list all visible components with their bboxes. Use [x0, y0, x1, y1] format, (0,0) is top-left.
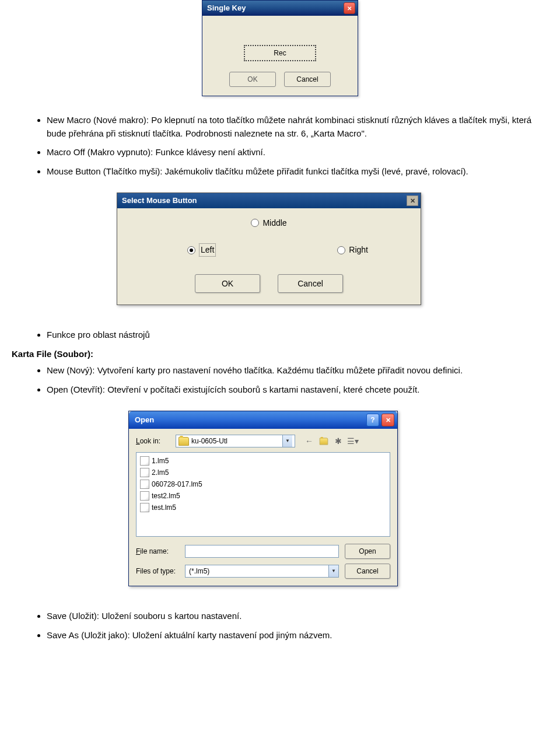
back-icon[interactable]: ←	[303, 435, 315, 447]
help-icon[interactable]: ?	[366, 414, 379, 426]
bullet-mouse-button: Mouse Button (Tlačítko myši): Jakémukoli…	[47, 165, 548, 179]
close-icon[interactable]: ✕	[382, 414, 394, 426]
radio-icon	[251, 219, 259, 227]
file-icon	[140, 456, 149, 466]
files-of-type-label: Files of type:	[136, 566, 179, 576]
smb-titlebar: Select Mouse Button ✕	[117, 193, 421, 208]
open-titlebar: Open ? ✕	[129, 411, 397, 429]
ok-button[interactable]: OK	[229, 72, 276, 87]
look-in-combo[interactable]: ku-0605-Utl ▼	[176, 435, 295, 447]
chevron-down-icon[interactable]: ▼	[328, 565, 338, 577]
cancel-button[interactable]: Cancel	[278, 274, 343, 293]
radio-icon	[187, 246, 195, 254]
open-button[interactable]: Open	[345, 544, 390, 559]
bullet-new-macro: New Macro (Nové makro): Po klepnutí na t…	[47, 114, 548, 140]
bullet-open: Open (Otevřít): Otevření v počítači exis…	[47, 383, 548, 397]
look-in-value: ku-0605-Utl	[191, 436, 228, 446]
list-item[interactable]: 2.lm5	[140, 467, 386, 478]
ok-button[interactable]: OK	[195, 274, 260, 293]
bullets-funkce: Funkce pro oblast nástrojů	[12, 328, 548, 342]
file-name-input[interactable]	[185, 545, 339, 558]
file-icon	[140, 491, 149, 501]
chevron-down-icon[interactable]: ▼	[282, 435, 292, 447]
file-icon	[140, 468, 149, 477]
file-icon	[140, 503, 149, 512]
open-dialog: Open ? ✕ Look in: ku-0605-Utl ▼ ←	[128, 411, 398, 586]
cancel-button[interactable]: Cancel	[345, 564, 390, 579]
bullet-save: Save (Uložit): Uložení souboru s kartou …	[47, 610, 548, 623]
folder-icon	[178, 437, 189, 446]
list-item[interactable]: 1.lm5	[140, 455, 386, 467]
files-of-type-combo[interactable]: (*.lm5) ▼	[185, 565, 339, 578]
list-item[interactable]: 060728-017.lm5	[140, 478, 386, 490]
look-in-label: Look in:	[136, 436, 172, 446]
up-folder-icon[interactable]	[318, 435, 330, 447]
bullets-block-2: New (Nový): Vytvoření karty pro nastaven…	[12, 364, 548, 396]
radio-middle[interactable]: Middle	[251, 217, 286, 229]
rec-button[interactable]: Rec	[244, 45, 316, 61]
bullet-save-as: Save As (Uložit jako): Uložení aktuální …	[47, 629, 548, 642]
select-mouse-button-dialog: Select Mouse Button ✕ Middle Left	[117, 193, 421, 305]
radio-icon	[337, 246, 345, 254]
bullets-block-1: New Macro (Nové makro): Po klepnutí na t…	[12, 114, 548, 178]
bullet-macro-off: Macro Off (Makro vypnuto): Funkce kláves…	[47, 146, 548, 159]
view-menu-icon[interactable]: ☰▾	[347, 435, 359, 447]
list-item[interactable]: test2.lm5	[140, 490, 386, 502]
single-key-dialog: Single Key ✕ Rec OK Cancel	[202, 0, 358, 96]
new-folder-icon[interactable]: ✱	[332, 435, 344, 447]
list-item[interactable]: test.lm5	[140, 502, 386, 513]
bullets-block-3: Save (Uložit): Uložení souboru s kartou …	[12, 610, 548, 642]
close-icon[interactable]: ✕	[407, 195, 418, 206]
cancel-button[interactable]: Cancel	[284, 72, 331, 87]
file-list[interactable]: 1.lm5 2.lm5 060728-017.lm5 test2.lm5 tes…	[136, 452, 390, 537]
close-icon[interactable]: ✕	[344, 2, 355, 14]
radio-left[interactable]: Left	[187, 243, 216, 257]
smb-title: Select Mouse Button	[122, 195, 197, 207]
file-name-label: File name:	[136, 546, 179, 557]
single-key-title: Single Key	[207, 2, 246, 14]
bullet-funkce: Funkce pro oblast nástrojů	[47, 328, 548, 342]
file-icon	[140, 480, 149, 489]
heading-karta-file: Karta File (Soubor):	[12, 348, 548, 361]
bullet-new: New (Nový): Vytvoření karty pro nastaven…	[47, 364, 548, 377]
open-title: Open	[135, 414, 154, 426]
radio-right[interactable]: Right	[337, 243, 368, 257]
single-key-titlebar: Single Key ✕	[202, 1, 358, 16]
